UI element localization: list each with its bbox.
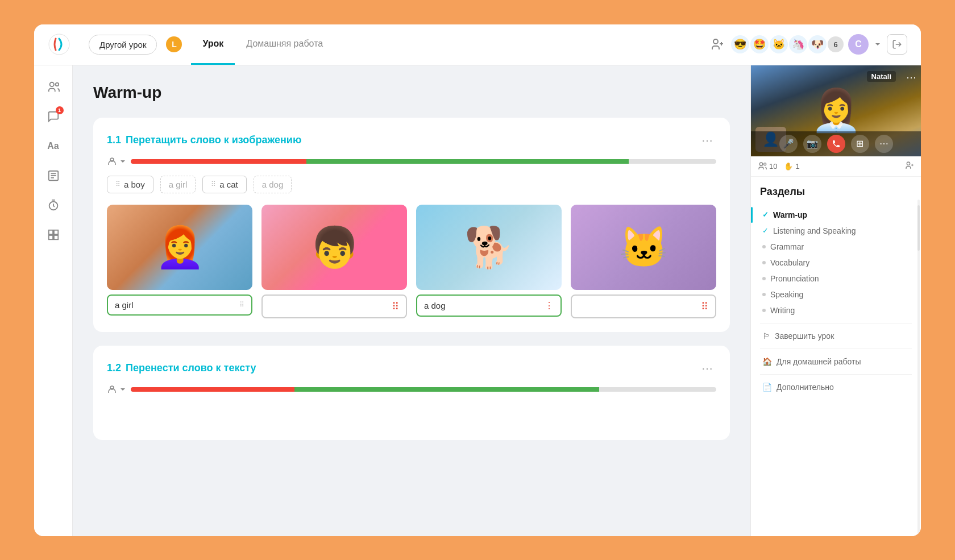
divider: [760, 323, 912, 323]
dot-icon: [762, 261, 766, 264]
progress-bar-1: [131, 159, 716, 164]
image-card-dog: 🐕 a dog ⋮: [416, 205, 562, 318]
camera-button[interactable]: 📷: [803, 135, 821, 153]
section-item-pronunciation[interactable]: Pronunciation: [760, 271, 912, 287]
sidebar-item-messages[interactable]: 1: [41, 104, 66, 129]
word-chip-a-cat[interactable]: ⠿ a cat: [202, 176, 247, 193]
sidebar-left: 1 Aа: [34, 65, 73, 536]
logo: [48, 33, 70, 56]
progress-red-2: [131, 387, 294, 392]
image-cat: 🐱: [571, 205, 716, 290]
section-item-listening[interactable]: ✓ Listening and Speaking: [760, 223, 912, 239]
answer-more-red-icon[interactable]: ⋮: [545, 300, 554, 311]
stat-users: 10: [758, 161, 777, 171]
stat-hand: ✋ 1: [784, 162, 799, 171]
exercise-header-2: 1.2 Перенести слово к тексту ⋯: [107, 359, 716, 378]
progress-user-icon-1[interactable]: [107, 156, 126, 167]
progress-bar-2: [131, 387, 716, 392]
exercise-more-button-1[interactable]: ⋯: [698, 131, 716, 150]
answer-box-girl[interactable]: a girl ⠿: [107, 294, 252, 316]
sidebar-item-grid[interactable]: [41, 222, 66, 247]
sidebar-item-timer[interactable]: [41, 193, 66, 218]
other-lesson-button[interactable]: Другой урок: [89, 35, 157, 55]
dot-icon: [762, 277, 766, 280]
progress-row-1: [107, 156, 716, 167]
nav-tabs: Урок Домашняя работа: [191, 24, 334, 65]
dot-icon: [762, 245, 766, 248]
tab-homework[interactable]: Домашняя работа: [235, 24, 334, 65]
exercise-number-1: 1.1: [107, 134, 121, 146]
avatar-group: 😎 🤩 🐱 🦄 🐶 6: [731, 35, 844, 53]
add-user-button[interactable]: [708, 35, 726, 53]
mic-button[interactable]: 🎤: [779, 135, 798, 153]
hangup-button[interactable]: [827, 135, 845, 153]
answer-box-cat[interactable]: ⠿: [571, 294, 716, 318]
svg-point-1: [713, 39, 718, 44]
cat-figure: 🐱: [619, 224, 668, 271]
teacher-avatar: 👩‍💼: [811, 86, 862, 135]
word-chip-a-boy[interactable]: ⠿ a boy: [107, 176, 153, 193]
header: Другой урок L Урок Домашняя работа 😎 🤩 🐱: [34, 24, 921, 65]
svg-rect-16: [53, 235, 57, 239]
svg-point-5: [49, 82, 53, 86]
drag-handle-icon: ⠿: [211, 180, 216, 188]
exercise-card-1: 1.1 Перетащить слово к изображению ⋯: [93, 118, 730, 332]
divider-2: [760, 349, 912, 349]
section-item-grammar[interactable]: Grammar: [760, 239, 912, 255]
exercise-content-placeholder: [107, 404, 716, 426]
extra-section-item[interactable]: 📄 Дополнительно: [760, 379, 912, 395]
user-avatar-button[interactable]: С: [848, 34, 869, 55]
homework-section-item[interactable]: 🏠 Для домашней работы: [760, 354, 912, 370]
image-card-boy: 👦 ⠿: [261, 205, 407, 318]
answer-box-boy[interactable]: ⠿: [261, 294, 407, 318]
girl-figure: 👩‍🦰: [155, 224, 205, 271]
avatar-2: 🤩: [750, 35, 769, 53]
section-item-vocabulary[interactable]: Vocabulary: [760, 255, 912, 271]
word-chip-a-dog[interactable]: a dog: [254, 176, 292, 193]
progress-green-1: [306, 159, 629, 164]
settings-icon[interactable]: [905, 161, 914, 172]
video-controls: 🎤 📷 ⊞ ⋯: [751, 131, 921, 156]
progress-green-2: [294, 387, 599, 392]
video-more-button[interactable]: ⋯: [906, 71, 916, 84]
progress-user-icon-2[interactable]: [107, 384, 126, 395]
image-girl: 👩‍🦰: [107, 205, 252, 290]
section-item-warmup[interactable]: ✓ Warm-up: [760, 207, 912, 223]
svg-point-19: [759, 163, 762, 165]
boy-figure: 👦: [310, 224, 359, 271]
sidebar-item-translate[interactable]: Aа: [41, 134, 66, 159]
check-icon: ✓: [762, 226, 769, 235]
flag-icon: 🏳: [762, 331, 770, 341]
avatar-4: 🦄: [789, 35, 807, 53]
word-chip-a-girl[interactable]: a girl: [160, 176, 196, 193]
video-stats: 10 ✋ 1: [751, 156, 921, 177]
avatar-1: 😎: [731, 35, 749, 53]
more-call-button[interactable]: ⋯: [875, 135, 893, 153]
tab-urok[interactable]: Урок: [191, 24, 235, 65]
svg-point-21: [907, 162, 910, 165]
answer-box-dog[interactable]: a dog ⋮: [416, 294, 562, 317]
finish-lesson-item[interactable]: 🏳 Завершить урок: [760, 328, 912, 344]
avatar-count: 6: [828, 36, 844, 52]
video-section: 👩‍💼 Natali ⋯ 👤 🎤 📷 ⊞ ⋯: [751, 65, 921, 156]
dot-icon: [762, 293, 766, 296]
exercise-card-2: 1.2 Перенести слово к тексту ⋯: [93, 346, 730, 440]
progress-row-2: [107, 384, 716, 395]
header-right: 😎 🤩 🐱 🦄 🐶 6 С: [708, 34, 907, 55]
content-area: Warm-up 1.1 Перетащить слово к изображен…: [73, 65, 750, 536]
section-item-speaking[interactable]: Speaking: [760, 287, 912, 302]
avatar-5: 🐶: [808, 35, 827, 53]
home-icon: 🏠: [762, 357, 772, 366]
image-grid-1: 👩‍🦰 a girl ⠿ 👦: [107, 205, 716, 318]
answer-more-icon[interactable]: ⠿: [392, 300, 399, 313]
logout-button[interactable]: [887, 34, 907, 55]
exercise-header-1: 1.1 Перетащить слово к изображению ⋯: [107, 131, 716, 150]
exercise-title-2: Перенести слово к тексту: [126, 362, 256, 374]
section-item-writing[interactable]: Writing: [760, 302, 912, 318]
sidebar-item-notes[interactable]: [41, 163, 66, 188]
grid-call-button[interactable]: ⊞: [851, 135, 869, 153]
exercise-more-button-2[interactable]: ⋯: [698, 359, 716, 378]
sidebar-item-users[interactable]: [41, 74, 66, 99]
answer-more-icon-cat[interactable]: ⠿: [701, 300, 708, 313]
image-boy: 👦: [261, 205, 407, 290]
